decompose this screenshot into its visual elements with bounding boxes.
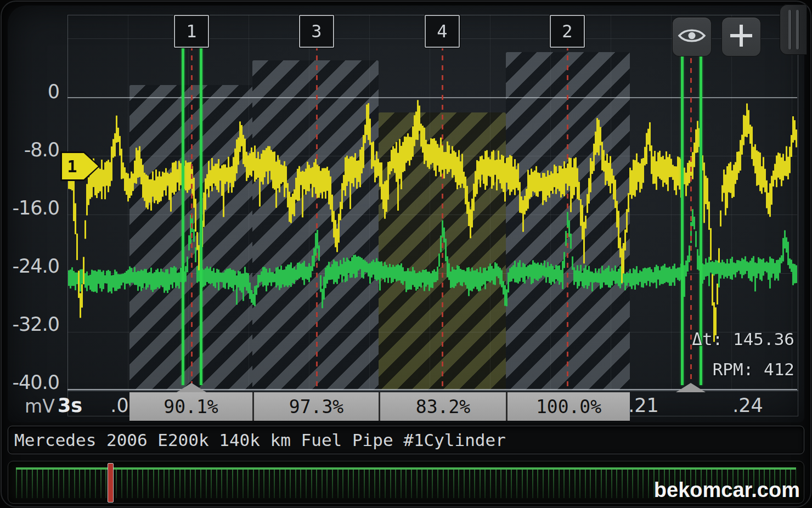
x-axis-tick-label: .24 xyxy=(732,394,763,416)
balance-segment: 90.1% xyxy=(129,392,252,421)
x-axis-tick-label: .21 xyxy=(628,394,659,416)
y-axis-tick-label: -24.0 xyxy=(12,255,59,277)
cursor-drag-handle[interactable] xyxy=(676,383,706,392)
recording-title-bar[interactable]: Mercedes 2006 E200k 140k km Fuel Pipe #1… xyxy=(8,426,804,454)
side-panel-tab[interactable] xyxy=(780,4,807,55)
tab-ridge-icon xyxy=(796,10,799,49)
recording-title: Mercedes 2006 E200k 140k km Fuel Pipe #1… xyxy=(14,430,506,450)
cylinder-balance-bar: 90.1%97.3%83.2%100.0% xyxy=(129,392,630,421)
channel1-position-marker[interactable]: 1 xyxy=(60,151,100,181)
scope-app: 90.1%97.3%83.2%100.0% 1342 0-8.0-16.0-24… xyxy=(0,0,812,508)
eye-icon xyxy=(678,26,706,48)
y-unit-label: mV xyxy=(25,396,55,417)
y-axis-tick-label: -8.0 xyxy=(24,139,59,161)
delta-t-readout: Δt: 145.36 xyxy=(692,329,794,349)
tab-ridge-icon xyxy=(788,10,791,49)
cylinder-marker-3[interactable]: 3 xyxy=(299,15,334,48)
y-axis-tick-label: 0 xyxy=(48,81,59,103)
cylinder-marker-4[interactable]: 4 xyxy=(425,15,460,48)
cursor-center-line xyxy=(191,46,193,390)
plus-icon xyxy=(729,24,753,50)
x-axis-tick-label: .0 xyxy=(110,394,128,416)
cursor-line-left[interactable] xyxy=(681,38,684,385)
timebase-label[interactable]: 3s xyxy=(58,394,82,416)
cursor-drag-handle[interactable] xyxy=(177,383,206,392)
cylinder-marker-1[interactable]: 1 xyxy=(174,15,209,48)
cursor-line-right[interactable] xyxy=(200,46,202,385)
y-axis-tick-label: -16.0 xyxy=(12,197,59,219)
y-axis-tick-label: -32.0 xyxy=(12,313,59,335)
balance-segment: 97.3% xyxy=(252,392,379,421)
cursor-line-left[interactable] xyxy=(182,46,184,385)
balance-segment: 83.2% xyxy=(379,392,506,421)
visibility-button[interactable] xyxy=(673,18,711,56)
channel1-marker-label: 1 xyxy=(60,151,84,181)
waveform-canvas xyxy=(67,15,797,390)
y-axis-tick-label: -40.0 xyxy=(12,371,59,393)
watermark: bekomcar.com xyxy=(654,478,800,502)
balance-segment: 100.0% xyxy=(506,392,630,421)
add-channel-button[interactable] xyxy=(722,18,760,56)
cylinder-marker-2[interactable]: 2 xyxy=(550,15,585,48)
overview-position-scrubber[interactable] xyxy=(108,463,114,503)
rpm-readout: RPM: 412 xyxy=(713,359,794,379)
